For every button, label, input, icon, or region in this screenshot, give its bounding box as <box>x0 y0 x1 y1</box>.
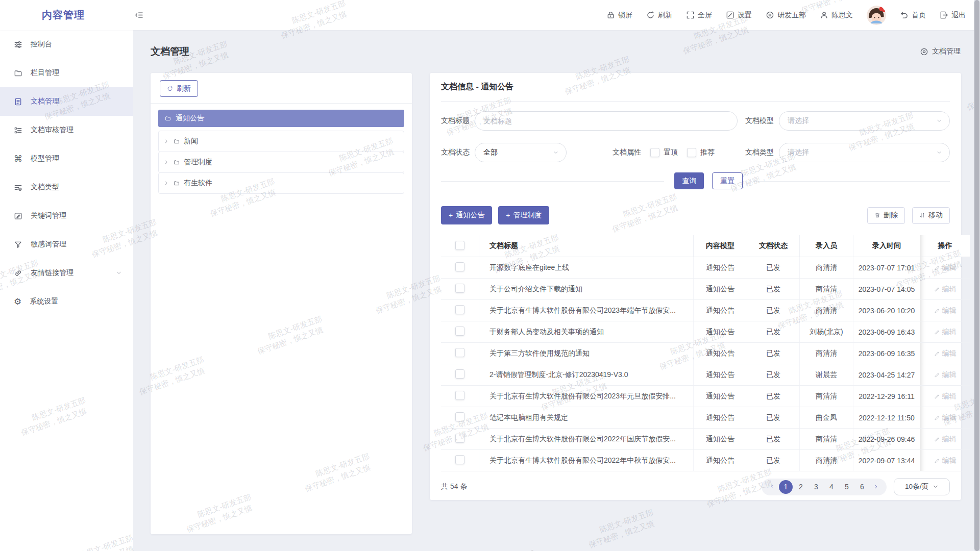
sidebar-fold-button[interactable] <box>135 11 143 19</box>
document-panel-title: 文档信息 - 通知公告 <box>441 73 950 102</box>
table-row[interactable]: 关于北京有生博大软件股份有限公司2022年国庆节放假安... 通知公告 已发 商… <box>441 429 970 450</box>
page-size-select[interactable]: 10条/页 <box>894 478 950 495</box>
row-checkbox[interactable] <box>455 412 464 421</box>
scrollbar-thumb[interactable] <box>974 0 979 551</box>
delete-button[interactable]: 删除 <box>867 207 905 224</box>
edit-button[interactable]: 编辑 <box>934 285 957 294</box>
doc-title-cell[interactable]: 关于公司介绍文件下载的通知 <box>479 279 694 300</box>
doc-status-select[interactable]: 全部 <box>475 143 567 162</box>
page-scrollbar[interactable] <box>974 0 980 551</box>
sidebar-item-console[interactable]: 控制台 <box>0 30 133 59</box>
caret-right-icon[interactable] <box>163 138 169 144</box>
edit-button[interactable]: 编辑 <box>934 392 957 401</box>
table-row[interactable]: 关于北京有生博大软件股份有限公司2022年中秋节放假安... 通知公告 已发 商… <box>441 450 970 471</box>
app-logo: 内容管理 <box>0 8 127 22</box>
tree-node[interactable]: 有生软件 <box>158 172 404 194</box>
sidebar-item-links[interactable]: 友情链接管理 <box>0 259 133 287</box>
row-checkbox[interactable] <box>455 455 464 464</box>
caret-right-icon[interactable] <box>163 180 169 186</box>
edit-button[interactable]: 编辑 <box>934 349 957 358</box>
edit-button[interactable]: 编辑 <box>934 328 957 337</box>
row-checkbox[interactable] <box>455 327 464 336</box>
sidebar-item-keywords[interactable]: 关键词管理 <box>0 202 133 230</box>
refresh-button[interactable]: 刷新 <box>646 11 672 20</box>
page-button[interactable]: 6 <box>855 480 869 494</box>
edit-button[interactable]: 编辑 <box>934 456 957 465</box>
row-checkbox[interactable] <box>455 391 464 400</box>
tree-node[interactable]: 管理制度 <box>158 152 404 173</box>
row-checkbox[interactable] <box>455 369 464 379</box>
doc-title-cell[interactable]: 关于北京有生博大软件股份有限公司2022年中秋节放假安... <box>479 450 694 471</box>
department-button[interactable]: 研发五部 <box>766 11 806 20</box>
sidebar-item-documents[interactable]: 文档管理 <box>0 87 133 116</box>
sidebar-item-doc-types[interactable]: 文档类型 <box>0 173 133 202</box>
edit-button[interactable]: 编辑 <box>934 435 957 444</box>
doc-title-input[interactable] <box>475 111 738 131</box>
tree-node-selected[interactable]: 通知公告 <box>158 110 404 127</box>
page-button[interactable]: 2 <box>794 480 808 494</box>
page-button-active[interactable]: 1 <box>779 480 793 494</box>
row-checkbox[interactable] <box>455 284 464 293</box>
exit-button[interactable]: 退出 <box>940 11 966 20</box>
caret-right-icon[interactable] <box>163 159 169 165</box>
fullscreen-button[interactable]: 全屏 <box>686 11 712 20</box>
recommend-checkbox[interactable] <box>687 148 696 157</box>
table-row[interactable]: 关于北京有生博大软件股份有限公司2023年端午节放假安... 通知公告 已发 商… <box>441 300 970 321</box>
edit-button[interactable]: 编辑 <box>934 370 957 380</box>
prev-page-button[interactable] <box>767 484 778 490</box>
search-button[interactable]: 查询 <box>674 172 704 189</box>
doc-title-cell[interactable]: 笔记本电脑租用有关规定 <box>479 407 694 429</box>
next-page-button[interactable] <box>870 484 881 490</box>
add-rule-button[interactable]: +管理制度 <box>498 206 549 224</box>
add-notice-button[interactable]: +通知公告 <box>441 206 492 224</box>
reset-button[interactable]: 重置 <box>712 172 743 189</box>
breadcrumb[interactable]: 文档管理 <box>920 47 961 56</box>
sidebar-item-doc-audit[interactable]: 文档审核管理 <box>0 116 133 144</box>
row-checkbox[interactable] <box>455 348 464 357</box>
table-row[interactable]: 关于北京有生博大软件股份有限公司2023年元旦放假安排... 通知公告 已发 商… <box>441 386 970 407</box>
edit-button[interactable]: 编辑 <box>934 306 957 315</box>
doc-title-cell[interactable]: 关于北京有生博大软件股份有限公司2022年国庆节放假安... <box>479 429 694 450</box>
sidebar-item-settings[interactable]: ⚙ 系统设置 <box>0 287 133 316</box>
doc-model-select[interactable]: 请选择 <box>779 111 950 131</box>
attr-top-checkbox-label[interactable]: 置顶 <box>650 148 678 157</box>
page-button[interactable]: 5 <box>840 480 854 494</box>
page-button[interactable]: 4 <box>824 480 839 494</box>
user-button[interactable]: 陈思文 <box>820 11 853 20</box>
doc-status-cell: 已发 <box>747 279 800 300</box>
page-button[interactable]: 3 <box>809 480 823 494</box>
tree-node[interactable]: 新闻 <box>158 131 404 152</box>
doc-title-cell[interactable]: 关于第三方软件使用规范的通知 <box>479 343 694 364</box>
row-checkbox[interactable] <box>455 305 464 314</box>
table-row[interactable]: 笔记本电脑租用有关规定 通知公告 已发 曲金凤 2022-12-12 11:50… <box>441 407 970 429</box>
home-button[interactable]: 首页 <box>900 11 926 20</box>
sidebar-item-sensitive-words[interactable]: 敏感词管理 <box>0 230 133 259</box>
top-checkbox[interactable] <box>650 148 659 157</box>
table-row[interactable]: 开源数字底座在gitee上线 通知公告 已发 商清清 2023-07-07 17… <box>441 257 970 279</box>
doc-type-select[interactable]: 请选择 <box>779 143 950 162</box>
lock-screen-button[interactable]: 锁屏 <box>606 11 632 20</box>
sidebar-item-columns[interactable]: 栏目管理 <box>0 59 133 87</box>
tree-refresh-button[interactable]: 刷新 <box>160 80 198 97</box>
doc-title-cell[interactable]: 2-请销假管理制度-北京-修订20230419-V3.0 <box>479 364 694 386</box>
select-all-checkbox[interactable] <box>455 241 464 250</box>
attr-recommend-checkbox-label[interactable]: 推荐 <box>687 148 715 157</box>
row-checkbox[interactable] <box>455 262 464 271</box>
doc-title-cell[interactable]: 关于北京有生博大软件股份有限公司2023年元旦放假安排... <box>479 386 694 407</box>
edit-button[interactable]: 编辑 <box>934 413 957 422</box>
sidebar-item-models[interactable]: ⌘ 模型管理 <box>0 144 133 173</box>
table-row[interactable]: 关于公司介绍文件下载的通知 通知公告 已发 商清清 2023-07-07 14:… <box>441 279 970 300</box>
table-row[interactable]: 于财务部人员变动及相关事项的通知 通知公告 已发 刘杨(北京) 2023-06-… <box>441 321 970 343</box>
doc-title-cell[interactable]: 关于北京有生博大软件股份有限公司2023年端午节放假安... <box>479 300 694 321</box>
doc-title-cell[interactable]: 开源数字底座在gitee上线 <box>479 257 694 279</box>
row-checkbox[interactable] <box>455 434 464 443</box>
table-row[interactable]: 关于第三方软件使用规范的通知 通知公告 已发 商清清 2023-06-09 16… <box>441 343 970 364</box>
settings-button[interactable]: 设置 <box>726 11 752 20</box>
home-label: 首页 <box>912 11 926 20</box>
edit-button[interactable]: 编辑 <box>934 263 957 272</box>
table-row[interactable]: 2-请销假管理制度-北京-修订20230419-V3.0 通知公告 已发 谢晨芸… <box>441 364 970 386</box>
doc-model-cell: 通知公告 <box>694 343 747 364</box>
doc-title-cell[interactable]: 于财务部人员变动及相关事项的通知 <box>479 321 694 343</box>
move-button[interactable]: 移动 <box>912 207 950 224</box>
avatar[interactable] <box>867 6 886 25</box>
